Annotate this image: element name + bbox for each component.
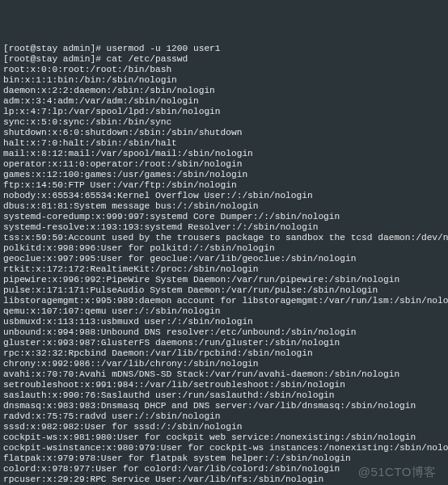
terminal-output[interactable]: [root@stay admin]# usermod -u 1200 user1…	[0, 42, 448, 485]
